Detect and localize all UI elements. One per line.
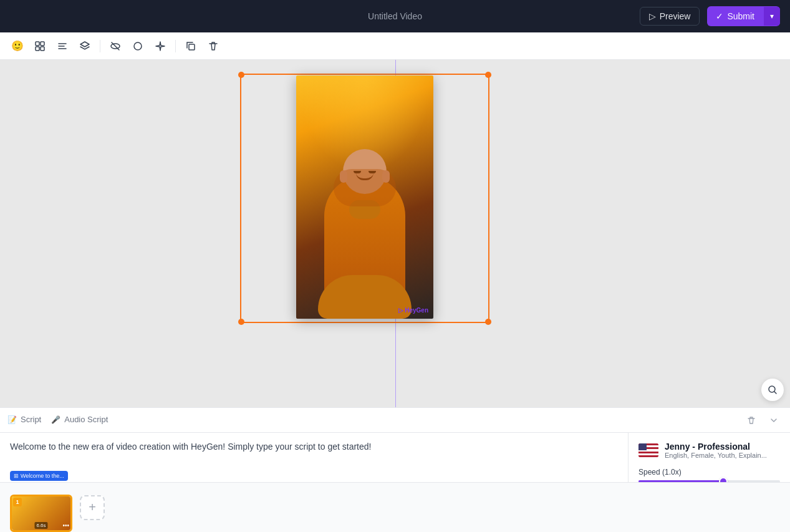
delete-script-icon[interactable] — [743, 412, 760, 429]
svg-rect-10 — [189, 44, 195, 50]
layout-grid-icon[interactable] — [30, 36, 50, 56]
sparkle-icon[interactable] — [150, 36, 170, 56]
svg-line-12 — [774, 392, 776, 394]
toolbar: 🙂 — [0, 32, 790, 60]
topbar: Untitled Video ▷ Preview ✓ Submit ▾ — [0, 0, 790, 32]
check-icon: ✓ — [716, 11, 723, 21]
layers-icon[interactable] — [75, 36, 95, 56]
svg-rect-3 — [41, 47, 44, 51]
submit-group: ✓ Submit ▾ — [707, 6, 780, 26]
hide-icon[interactable] — [105, 36, 125, 56]
timeline-thumbnail[interactable]: 1 6.6s ••• — [10, 495, 72, 532]
scene-number: 1 — [13, 498, 22, 506]
svg-rect-2 — [36, 47, 39, 51]
voice-details: Jenny - Professional English, Female, Yo… — [665, 442, 767, 459]
emoji-icon[interactable]: 🙂 — [7, 36, 27, 56]
svg-point-9 — [134, 42, 142, 50]
separator-2 — [175, 40, 176, 52]
circle-icon[interactable] — [128, 36, 148, 56]
canvas-area: ▷ HeyGen — [0, 60, 790, 407]
preview-button[interactable]: ▷ Preview — [640, 7, 700, 26]
add-scene-button[interactable]: + — [80, 495, 105, 520]
timeline-scene: ⊞ Welcome to the... 1 6.6s ••• — [10, 483, 72, 532]
speed-slider-row: Speed (1.0x) — [638, 468, 780, 483]
voice-info: Jenny - Professional English, Female, Yo… — [638, 442, 780, 459]
separator-1 — [100, 40, 100, 52]
svg-rect-1 — [41, 42, 44, 46]
collapse-icon[interactable] — [765, 412, 783, 429]
handle-top-left[interactable] — [238, 72, 244, 78]
align-icon[interactable] — [52, 36, 72, 56]
handle-bottom-right[interactable] — [485, 319, 491, 325]
duplicate-icon[interactable] — [181, 36, 201, 56]
timeline: ⊞ Welcome to the... 1 6.6s ••• + — [0, 482, 790, 532]
watermark: ▷ HeyGen — [398, 307, 428, 314]
handle-bottom-left[interactable] — [238, 319, 244, 325]
scene-duration: 6.6s — [34, 522, 47, 529]
video-title: Untitled Video — [368, 11, 422, 21]
tab-text-script[interactable]: 📝 Script — [7, 415, 41, 425]
submit-dropdown-button[interactable]: ▾ — [763, 7, 780, 26]
tab-audio-script[interactable]: 🎤 Audio Script — [51, 415, 108, 425]
script-tabs: 📝 Script 🎤 Audio Script — [0, 408, 790, 433]
us-flag — [638, 443, 658, 457]
handle-top-right[interactable] — [485, 72, 491, 78]
tab-actions — [743, 412, 783, 429]
zoom-button[interactable] — [761, 379, 784, 401]
welcome-tooltip: ⊞ Welcome to the... — [10, 471, 68, 481]
monk-image: ▷ HeyGen — [296, 75, 433, 319]
scene-more-icon[interactable]: ••• — [62, 522, 69, 529]
trash-icon[interactable] — [203, 36, 223, 56]
submit-button[interactable]: ✓ Submit — [707, 6, 763, 26]
svg-rect-0 — [36, 42, 39, 46]
play-icon: ▷ — [649, 11, 656, 21]
